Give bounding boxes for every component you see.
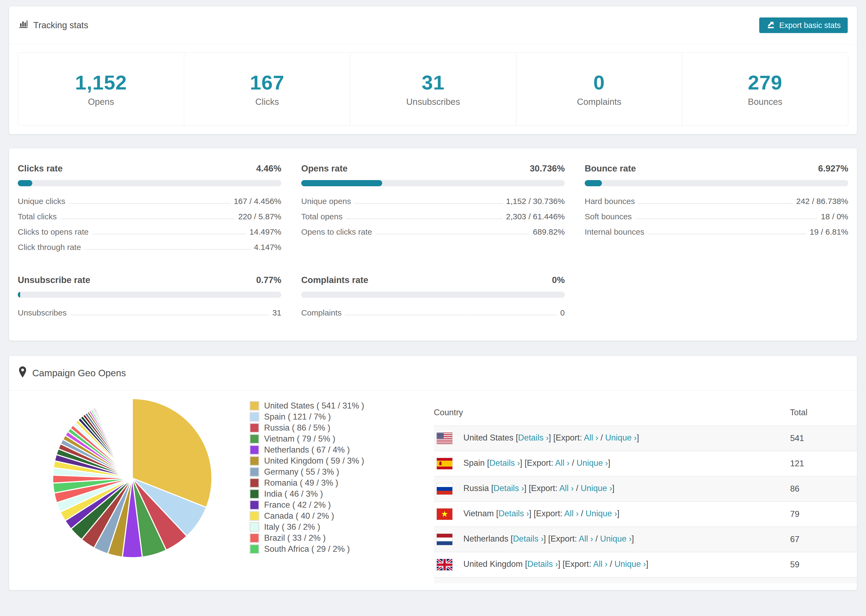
legend-item[interactable]: India ( 46 / 3% ) <box>250 489 422 498</box>
export-unique-link[interactable]: Unique › <box>605 433 636 442</box>
export-unique-link[interactable]: Unique › <box>600 534 631 544</box>
export-all-link[interactable]: All › <box>593 559 607 569</box>
rate-detail-value: 242 / 86.738% <box>796 197 849 206</box>
export-unique-link[interactable]: Unique › <box>581 484 612 493</box>
dotted-leader <box>636 218 817 219</box>
export-all-link[interactable]: All › <box>555 458 569 468</box>
rate-progress-fill <box>301 180 382 186</box>
stat-cell-bounces: 279Bounces <box>682 53 848 125</box>
dotted-leader <box>92 234 246 234</box>
stat-cell-unsubscribes: 31Unsubscribes <box>350 53 516 125</box>
rate-value: 6.927% <box>818 163 848 174</box>
bracket-text: Export: <box>536 509 564 518</box>
page-title: Tracking stats <box>33 20 88 30</box>
rate-progress-bar <box>301 180 565 186</box>
geo-table-header-row: Country Total <box>434 401 857 426</box>
bracket-text: / <box>574 484 581 493</box>
bracket-text: [ <box>485 458 489 468</box>
geo-table-wrap: Country Total United States [Details ›] … <box>434 401 857 583</box>
bracket-text: / <box>578 509 586 518</box>
bracket-text: [ <box>513 433 518 442</box>
details-link[interactable]: Details › <box>490 458 520 468</box>
gb-flag-icon <box>436 559 453 570</box>
stat-value: 167 <box>250 71 284 94</box>
bracket-text: [ <box>494 509 498 518</box>
legend-label: Canada ( 40 / 2% ) <box>264 511 334 521</box>
export-all-link[interactable]: All › <box>584 433 598 442</box>
stat-cell-clicks: 167Clicks <box>184 53 350 125</box>
geo-table-row-netherlands: Netherlands [Details ›] [Export: All › /… <box>434 527 857 552</box>
geo-opens-header: Campaign Geo Opens <box>9 356 857 391</box>
rate-detail-row: Clicks to opens rate14.497% <box>18 226 281 237</box>
legend-item[interactable]: Vietnam ( 79 / 5% ) <box>250 434 422 443</box>
geo-pie-chart <box>52 398 213 559</box>
legend-item[interactable]: Canada ( 40 / 2% ) <box>250 511 422 520</box>
legend-item[interactable]: United Kingdom ( 59 / 3% ) <box>250 456 422 465</box>
stat-label: Bounces <box>748 97 783 107</box>
country-name: Netherlands <box>463 534 508 544</box>
bracket-text: ] <box>608 458 611 468</box>
geo-table-row-russia: Russia [Details ›] [Export: All › / Uniq… <box>434 476 857 501</box>
legend-item[interactable]: France ( 42 / 2% ) <box>250 500 422 509</box>
bracket-text: Export: <box>565 559 593 569</box>
rate-panel-bounce-rate: Bounce rate6.927%Hard bounces242 / 86.73… <box>585 163 848 257</box>
export-unique-link[interactable]: Unique › <box>614 559 646 569</box>
rate-detail-row: Total opens2,303 / 61.446% <box>301 211 565 221</box>
legend-swatch <box>250 489 259 499</box>
geo-table-row-united-states: United States [Details ›] [Export: All ›… <box>434 426 857 451</box>
legend-item[interactable]: South Africa ( 29 / 2% ) <box>250 545 422 553</box>
details-link[interactable]: Details › <box>493 484 524 493</box>
export-unique-link[interactable]: Unique › <box>586 509 617 518</box>
country-total: 55 <box>790 577 857 583</box>
details-link[interactable]: Details › <box>498 509 529 518</box>
legend-label: India ( 46 / 3% ) <box>264 489 323 499</box>
nl-flag-icon <box>436 533 453 545</box>
rate-detail-row: Total clicks220 / 5.87% <box>18 211 281 221</box>
legend-item[interactable]: Italy ( 36 / 2% ) <box>250 522 422 531</box>
legend-swatch <box>250 500 259 510</box>
rate-detail-label: Click through rate <box>18 243 81 252</box>
es-flag-icon <box>436 458 453 470</box>
bracket-text: ] [ <box>524 484 531 493</box>
geo-opens-title: Campaign Geo Opens <box>32 368 126 379</box>
legend-item[interactable]: Spain ( 121 / 7% ) <box>250 412 422 421</box>
rate-detail-value: 31 <box>272 308 281 317</box>
export-basic-stats-button[interactable]: Export basic stats <box>759 17 848 33</box>
details-link[interactable]: Details › <box>518 433 549 442</box>
stat-label: Complaints <box>577 97 621 107</box>
legend-swatch <box>250 423 259 433</box>
rate-title: Clicks rate <box>18 163 63 174</box>
rate-detail-row: Unsubscribes31 <box>18 308 281 317</box>
rate-detail-label: Total opens <box>301 212 342 221</box>
rate-value: 0.77% <box>256 275 281 285</box>
legend-swatch <box>250 445 259 455</box>
legend-item[interactable]: Brazil ( 33 / 2% ) <box>250 533 422 542</box>
export-all-link[interactable]: All › <box>559 484 574 493</box>
legend-item[interactable]: Netherlands ( 67 / 4% ) <box>250 445 422 454</box>
legend-swatch <box>250 467 259 477</box>
rate-detail-row: Soft bounces18 / 0% <box>585 211 848 221</box>
rate-detail-label: Opens to clicks rate <box>301 227 372 237</box>
legend-swatch <box>250 544 259 554</box>
stat-cell-opens: 1,152Opens <box>18 53 184 125</box>
map-pin-icon <box>18 366 27 380</box>
export-all-link[interactable]: All › <box>564 509 578 518</box>
dotted-leader <box>71 315 269 315</box>
rate-detail-row: Unique clicks167 / 4.456% <box>18 196 281 206</box>
legend-label: Brazil ( 33 / 2% ) <box>264 533 326 543</box>
rate-progress-fill <box>585 180 602 186</box>
details-link[interactable]: Details › <box>527 559 558 569</box>
legend-swatch <box>250 456 259 466</box>
legend-item[interactable]: United States ( 541 / 31% ) <box>250 401 422 410</box>
legend-item[interactable]: Russia ( 86 / 5% ) <box>250 423 422 432</box>
legend-label: Romania ( 49 / 3% ) <box>264 478 339 488</box>
export-unique-link[interactable]: Unique › <box>576 458 608 468</box>
export-all-link[interactable]: All › <box>579 534 593 544</box>
export-icon <box>766 20 775 31</box>
legend-item[interactable]: Romania ( 49 / 3% ) <box>250 478 422 487</box>
legend-item[interactable]: Germany ( 55 / 3% ) <box>250 467 422 476</box>
rate-panel-opens-rate: Opens rate30.736%Unique opens1,152 / 30.… <box>301 163 565 257</box>
details-link[interactable]: Details › <box>513 534 543 544</box>
rate-detail-value: 2,303 / 61.446% <box>506 212 565 221</box>
legend-swatch <box>250 533 259 543</box>
